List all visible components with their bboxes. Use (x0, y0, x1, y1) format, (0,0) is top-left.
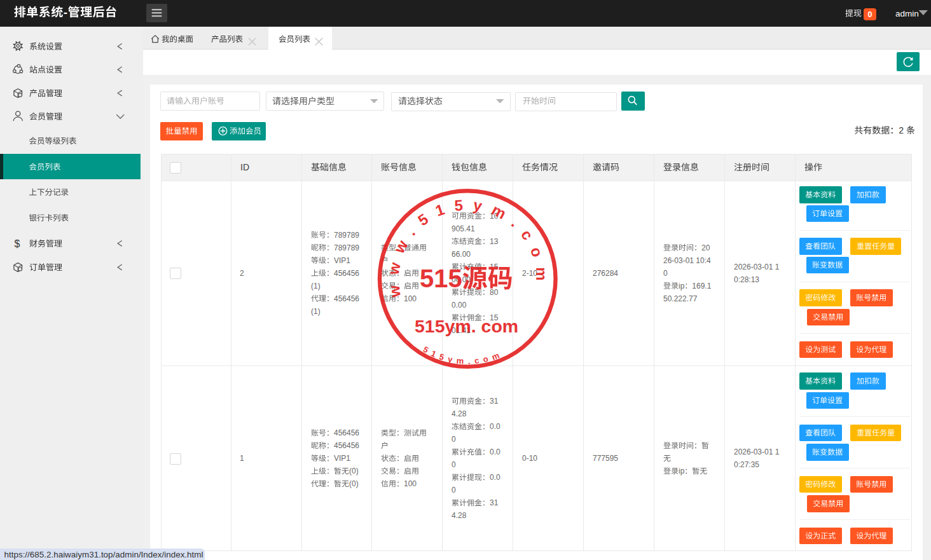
svg-text:515: 515 (420, 264, 462, 292)
svg-text:515ym. com: 515ym. com (415, 316, 518, 336)
